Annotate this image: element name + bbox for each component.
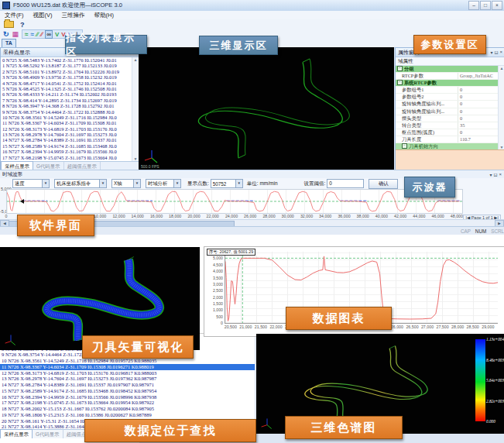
scroll-down-icon[interactable]: ▼ [134, 156, 138, 161]
channel-select[interactable]: 速度▼ [12, 179, 50, 188]
callout-software-ui: 软件界面 [17, 215, 94, 236]
infinity-icon[interactable]: ∞ [45, 30, 53, 39]
palette-icon[interactable]: ▦ [12, 30, 19, 38]
property-value[interactable]: 0 [458, 94, 499, 100]
sample-point-row[interactable]: 9 N726 X-98.3754 Y-14.4464 Z-31.1722 I0.… [1, 109, 132, 115]
tab-1[interactable]: G代码显示 [33, 430, 63, 438]
property-value[interactable]: 0 [458, 115, 499, 122]
signal-green-icon[interactable]: ≈ [25, 31, 28, 38]
property-value[interactable]: 0 [458, 108, 499, 115]
pin-icon[interactable]: ⊡ [494, 50, 498, 55]
expander-icon[interactable]: − [402, 143, 407, 149]
expander-icon[interactable]: − [397, 80, 403, 85]
sample-point-row[interactable]: 17 N727 X-98.2198 Y-15.0745 Z-31.1673 I0… [1, 155, 132, 160]
sample-point-row[interactable]: 12 N726 X-98.3173 Y-14.6819 Z-31.1703 I0… [1, 126, 132, 132]
points-count-select[interactable]: 50752▼ [211, 179, 243, 188]
close-icon[interactable]: × [499, 172, 502, 177]
chevron-down-icon: ▼ [173, 180, 180, 187]
pin-icon[interactable]: ⊡ [493, 172, 497, 177]
menu-3d-ops[interactable]: 三维操作 [62, 12, 85, 19]
axis-tick-label: 22,000 [207, 214, 219, 218]
close-icon[interactable]: × [499, 50, 502, 55]
property-row[interactable]: 转台类型35 [396, 122, 499, 129]
locate-list-row[interactable]: 15 N727 X-98.2589 Y-14.9174 Z-31.1685 I0… [0, 388, 255, 394]
property-row[interactable]: 旋转轴角度输出判...0 [396, 108, 499, 115]
property-group-row[interactable]: −刀具初始方向 [396, 143, 499, 149]
sample-point-list: 0 N725 X-98.5483 Y-13.7402 Z-31.1776 I0.… [1, 57, 132, 161]
sample-point-row[interactable]: 14 N727 X-98.2784 Y-14.8389 Z-31.1691 I0… [1, 137, 132, 143]
property-row[interactable]: 参数组号20 [396, 94, 499, 101]
maximize-button[interactable]: □ [480, 1, 491, 10]
open-file-icon[interactable] [4, 21, 14, 28]
sample-point-row[interactable]: 7 N726 X-98.414 Y-14.2895 Z-31.1734 I0.1… [1, 98, 132, 103]
analysis-mode-select[interactable]: 时域分析▼ [146, 179, 181, 188]
close-button[interactable]: × [492, 1, 502, 10]
locate-list-row[interactable]: 17 N727 X-98.2198 Y-15.0745 Z-31.1673 I0… [0, 400, 255, 406]
locate-list-row[interactable]: 11 N726 X-98.3367 Y-14.6034 Z-31.1709 I0… [0, 364, 255, 370]
menu-file[interactable]: 文件(F) [5, 12, 24, 19]
minimize-button[interactable]: – [468, 1, 479, 10]
sample-point-row[interactable]: 18 N727 X-98.2003 Y-15.153 Z-31.1667 I0.… [1, 160, 132, 161]
locate-list-row[interactable]: 13 N726 X-98.2978 Y-14.7604 Z-31.1697 I0… [0, 376, 255, 382]
sample-point-row[interactable]: 5 N726 X-98.4525 Y-14.1325 Z-31.1746 I0.… [1, 86, 132, 91]
property-group-row[interactable]: −分组 [396, 66, 499, 73]
confirm-button[interactable]: 确认 [369, 179, 398, 189]
sample-point-row[interactable]: 6 N726 X-98.4333 Y-14.211 Z-31.174 I0.15… [1, 91, 132, 97]
help-icon[interactable]: ? [20, 21, 25, 29]
chevron-down-icon: ▼ [235, 180, 242, 187]
axis-tick-label: 36,000 [338, 214, 350, 218]
refresh-icon[interactable]: ↻ [3, 30, 9, 38]
scope-plot-area[interactable] [6, 189, 463, 214]
property-value[interactable]: 0 [458, 101, 499, 107]
sample-point-row[interactable]: 2 N725 X-98.5101 Y-13.8972 Z-31.1764 I0.… [1, 69, 132, 74]
expander-icon[interactable]: − [397, 66, 403, 71]
view3d-main[interactable]: 500.0 FPS [139, 47, 394, 170]
menu-help[interactable]: 帮助(H) [94, 12, 114, 19]
sample-point-row[interactable]: 8 N726 X-98.3947 Y-14.368 Z-31.1728 I0.1… [1, 103, 132, 108]
collapse-icon[interactable]: ▾ [489, 172, 492, 177]
property-row[interactable]: 刀具长度110.7 [396, 136, 499, 143]
sample-point-row[interactable]: 10 N726 X-98.3561 Y-14.5249 Z-31.1716 I0… [1, 115, 132, 120]
scroll-up-icon[interactable]: ▲ [500, 66, 504, 70]
sample-point-row[interactable]: 11 N726 X-98.3367 Y-14.6034 Z-31.1709 I0… [1, 120, 132, 125]
locate-list-row[interactable]: 19 N727 X-98.1806 Y-15.2315 Z-31.166 I0.… [0, 412, 255, 418]
vector-green-icon[interactable]: V [55, 31, 59, 38]
sample-point-row[interactable]: 4 N726 X-98.4717 Y-14.0541 Z-31.1752 I0.… [1, 81, 132, 86]
property-value[interactable]: 35 [458, 122, 499, 129]
sample-list-scrollbar[interactable]: ▲ ▼ [132, 57, 139, 161]
scope-cursor-icon[interactable] [20, 199, 24, 204]
signal-blue-icon[interactable]: ≈ [30, 31, 33, 38]
colorbar-tick-label: 5.64e+003 [486, 378, 504, 383]
hatch-green-icon[interactable]: ∕∕ [36, 31, 39, 38]
sample-point-row[interactable]: 13 N726 X-98.2978 Y-14.7604 Z-31.1697 I0… [1, 132, 132, 137]
sample-point-row[interactable]: 3 N726 X-98.4909 Y-13.9756 Z-31.1758 I0.… [1, 74, 132, 80]
sample-point-panel-title: 采样点显示 [3, 49, 30, 57]
locate-list-row[interactable]: 16 N727 X-98.2394 Y-14.9959 Z-31.1679 I0… [0, 394, 255, 400]
locate-list-row[interactable]: 14 N727 X-98.2784 Y-14.8389 Z-31.1691 I0… [0, 382, 255, 388]
sample-point-row[interactable]: 16 N727 X-98.2394 Y-14.9959 Z-31.1679 I0… [1, 149, 132, 154]
axis-select[interactable]: X轴▼ [111, 179, 141, 188]
tab-0[interactable]: 采样点显示 [0, 429, 33, 438]
hatch-red-icon[interactable]: ∕∕ [41, 31, 43, 38]
property-value[interactable]: 0 [458, 87, 499, 93]
locate-list-row[interactable]: 10 N726 X-98.3561 Y-14.5249 Z-31.1716 I0… [0, 358, 255, 364]
scroll-down-icon[interactable]: ▼ [500, 145, 504, 149]
locate-list-row[interactable]: 18 N727 X-98.2002 Y-15.153 Z-31.1667 I0.… [0, 406, 255, 412]
property-group-row[interactable]: −系统RTCP参数 [396, 80, 499, 87]
property-scrollbar[interactable]: ▲ ▼ [498, 66, 504, 149]
property-value[interactable]: 0 [458, 129, 499, 136]
property-row[interactable]: 参数组号10 [396, 87, 499, 94]
locate-list-row[interactable]: 12 N726 X-98.3173 Y-14.6819 Z-31.1703 I0… [0, 370, 255, 376]
coord-system-select[interactable]: 机床坐标系指令▼ [54, 179, 107, 188]
sample-point-row[interactable]: 15 N727 X-98.2589 Y-14.9174 Z-31.1685 I0… [1, 143, 132, 149]
property-row[interactable]: RTCP参数Group_JiaTaiAC [396, 73, 499, 80]
property-row[interactable]: 摆头类型0 [396, 115, 499, 122]
property-row[interactable]: 旋转轴角度输出判...0 [396, 101, 499, 108]
property-row[interactable]: 枢点范围(弧度)0 [396, 129, 499, 136]
menu-view[interactable]: 视图(V) [33, 12, 53, 19]
threshold-input[interactable]: 0 [327, 179, 364, 188]
sample-point-row[interactable]: 1 N725 X-98.5292 Y-13.8187 Z-31.177 I0.1… [1, 63, 132, 68]
property-value[interactable]: 110.7 [458, 136, 499, 143]
collapse-icon[interactable]: ▾ [490, 50, 492, 55]
property-value[interactable]: Group_JiaTaiAC [458, 73, 499, 79]
